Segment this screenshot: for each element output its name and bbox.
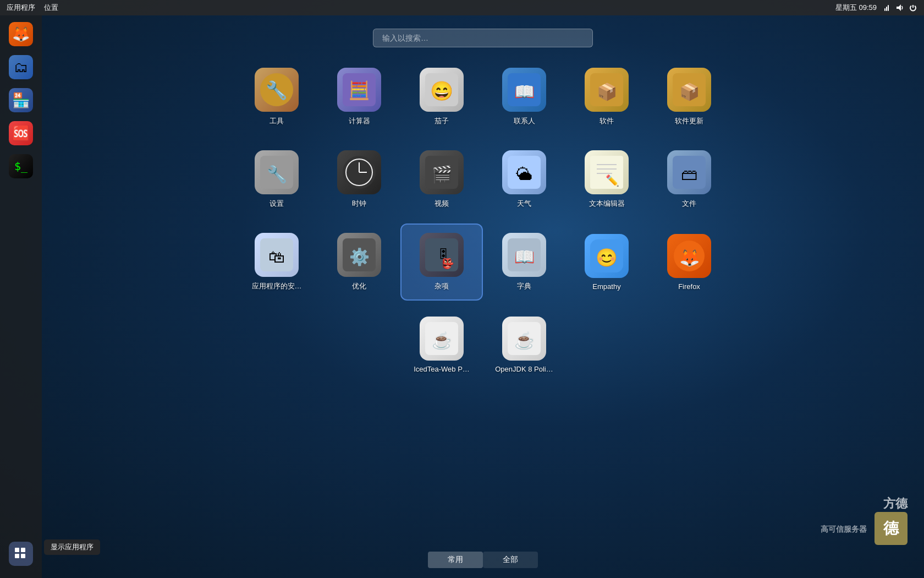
firefox2-label: Firefox — [678, 282, 700, 291]
topbar: 应用程序 位置 星期五 09:59 — [0, 0, 924, 15]
contacts-label: 联系人 — [514, 116, 535, 126]
misc-icon: 🎛👺 — [420, 233, 464, 277]
sidebar-item-filemanager[interactable]: 🗂 — [6, 54, 36, 85]
openjdk-label: OpenJDK 8 Poli… — [495, 365, 553, 373]
svg-text:😄: 😄 — [430, 80, 454, 102]
svg-text:📦: 📦 — [597, 82, 618, 102]
app-row-1: 🔧设置时钟🎬视频🌥天气✏️文本编辑器🗃文件 — [235, 141, 730, 218]
optimizer-label: 优化 — [352, 281, 366, 291]
svg-text:🔧: 🔧 — [267, 165, 288, 184]
tomato-icon: 😄 — [420, 68, 464, 112]
app-grid: 🔧工具🧮计算器😄茄子📖联系人📦软件📦软件更新🔧设置时钟🎬视频🌥天气✏️文本编辑器… — [42, 47, 924, 548]
dict-label: 字典 — [517, 281, 531, 291]
icedtea-label: IcedTea-Web P… — [414, 365, 470, 373]
svg-text:🧮: 🧮 — [348, 80, 370, 101]
appstore-sidebar-icon: 🏪 — [12, 92, 30, 109]
svg-text:🗃: 🗃 — [681, 165, 697, 183]
topbar-datetime: 星期五 09:59 — [835, 3, 877, 13]
settings-label: 设置 — [270, 199, 284, 209]
tools-icon: 🔧 — [255, 68, 299, 112]
menu-location[interactable]: 位置 — [44, 3, 58, 13]
firefox-sidebar-icon: 🦊 — [12, 26, 30, 43]
svg-text:☕: ☕ — [514, 331, 535, 351]
files-label: 文件 — [682, 199, 696, 209]
bottom-tabs: 常用 全部 — [428, 552, 538, 568]
weather-label: 天气 — [517, 199, 531, 209]
app-item-settings[interactable]: 🔧设置 — [235, 141, 318, 218]
app-item-dict[interactable]: 📖字典 — [483, 223, 565, 301]
tools-label: 工具 — [270, 116, 284, 126]
sidebar-item-terminal[interactable]: $_ — [6, 153, 36, 184]
app-item-texteditor[interactable]: ✏️文本编辑器 — [565, 141, 648, 218]
app-item-tools[interactable]: 🔧工具 — [235, 58, 318, 135]
firefox2-icon: 🦊 — [667, 234, 711, 278]
tab-all[interactable]: 全部 — [483, 552, 538, 568]
app-item-contacts[interactable]: 📖联系人 — [483, 58, 565, 135]
tab-common[interactable]: 常用 — [428, 552, 483, 568]
svg-rect-2 — [888, 5, 889, 11]
volume-icon — [895, 3, 904, 12]
svg-text:👺: 👺 — [442, 258, 454, 270]
search-input[interactable] — [373, 29, 593, 47]
grid-icon — [13, 546, 29, 561]
app-item-video[interactable]: 🎬视频 — [400, 141, 483, 218]
app-item-tomato[interactable]: 😄茄子 — [400, 58, 483, 135]
sidebar-item-firefox[interactable]: 🦊 — [6, 21, 36, 52]
calc-icon: 🧮 — [337, 68, 381, 112]
svg-text:🎬: 🎬 — [432, 165, 453, 184]
terminal-sidebar-icon: $_ — [14, 160, 28, 173]
search-bar-wrap — [373, 29, 593, 47]
software-label: 软件 — [600, 116, 614, 126]
softwareupdate-icon: 📦 — [667, 68, 711, 112]
svg-rect-6 — [15, 554, 19, 558]
empathy-icon: 😊 — [585, 234, 629, 278]
svg-text:☕: ☕ — [432, 331, 453, 351]
app-row-0: 🔧工具🧮计算器😄茄子📖联系人📦软件📦软件更新 — [235, 58, 730, 135]
svg-text:📖: 📖 — [514, 82, 535, 102]
app-item-firefox2[interactable]: 🦊Firefox — [648, 223, 730, 301]
softwareupdate-label: 软件更新 — [675, 116, 703, 126]
sidebar-item-help[interactable]: 🆘 — [6, 120, 36, 151]
svg-rect-4 — [15, 548, 19, 552]
clock-label: 时钟 — [352, 199, 366, 209]
appinstall-label: 应用程序的安… — [252, 281, 302, 291]
menu-app[interactable]: 应用程序 — [7, 3, 35, 13]
dict-icon: 📖 — [502, 233, 546, 277]
app-item-appinstall[interactable]: 🛍应用程序的安… — [235, 223, 318, 301]
video-label: 视频 — [435, 199, 449, 209]
app-item-files[interactable]: 🗃文件 — [648, 141, 730, 218]
app-item-empathy[interactable]: 😊Empathy — [565, 223, 648, 301]
empathy-label: Empathy — [592, 282, 620, 291]
clock-icon — [337, 150, 381, 194]
topbar-left: 应用程序 位置 — [7, 3, 58, 13]
app-item-calc[interactable]: 🧮计算器 — [318, 58, 400, 135]
settings-icon: 🔧 — [255, 150, 299, 194]
help-sidebar-icon: 🆘 — [12, 125, 30, 142]
svg-text:🦊: 🦊 — [679, 248, 700, 268]
svg-text:📖: 📖 — [514, 247, 535, 267]
software-icon: 📦 — [585, 68, 629, 112]
sidebar-item-allapps[interactable] — [6, 538, 36, 569]
openjdk-icon: ☕ — [502, 317, 546, 361]
svg-text:⚙️: ⚙️ — [349, 247, 370, 267]
texteditor-icon: ✏️ — [585, 150, 629, 194]
app-item-openjdk[interactable]: ☕OpenJDK 8 Poli… — [483, 306, 565, 383]
svg-rect-0 — [884, 8, 886, 11]
app-item-optimizer[interactable]: ⚙️优化 — [318, 223, 400, 301]
files-icon: 🗃 — [667, 150, 711, 194]
video-icon: 🎬 — [420, 150, 464, 194]
app-item-misc[interactable]: 🎛👺杂项 — [400, 223, 483, 301]
app-row-2: 🛍应用程序的安…⚙️优化🎛👺杂项📖字典😊Empathy🦊Firefox — [235, 223, 730, 301]
power-icon — [909, 3, 917, 12]
svg-text:📦: 📦 — [679, 82, 700, 102]
app-item-weather[interactable]: 🌥天气 — [483, 141, 565, 218]
app-item-software[interactable]: 📦软件 — [565, 58, 648, 135]
svg-rect-1 — [886, 7, 887, 11]
app-item-softwareupdate[interactable]: 📦软件更新 — [648, 58, 730, 135]
weather-icon: 🌥 — [502, 150, 546, 194]
app-row-3: ☕IcedTea-Web P…☕OpenJDK 8 Poli… — [400, 306, 565, 383]
app-item-icedtea[interactable]: ☕IcedTea-Web P… — [400, 306, 483, 383]
svg-text:🔧: 🔧 — [266, 80, 288, 101]
app-item-clock[interactable]: 时钟 — [318, 141, 400, 218]
sidebar-item-appstore[interactable]: 🏪 — [6, 87, 36, 118]
